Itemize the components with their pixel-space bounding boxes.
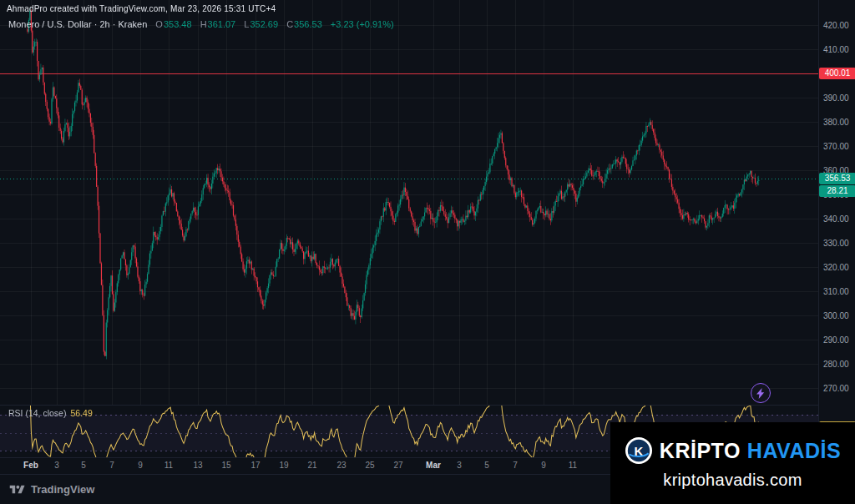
time-tick: 9 <box>541 461 546 470</box>
attribution-watermark: AhmadPro created with TradingView.com, M… <box>7 4 276 13</box>
price-tick: 330.00 <box>823 239 849 248</box>
rsi-title: RSI (14, close) <box>8 408 66 418</box>
high-value: 361.07 <box>208 19 236 29</box>
open-label: O <box>155 19 163 29</box>
price-tick: 420.00 <box>823 21 849 30</box>
open-value: 353.48 <box>164 19 192 29</box>
time-tick: 19 <box>279 461 288 470</box>
brand-kripto: KRİPTO <box>660 439 741 463</box>
symbol-legend: Monero / U.S. Dollar · 2h · Kraken O353.… <box>8 19 394 29</box>
tradingview-logo-icon <box>8 482 26 496</box>
price-tick: 290.00 <box>823 335 849 345</box>
secondary-price-label: 28.21 <box>819 185 855 197</box>
price-tick: 390.00 <box>823 93 849 103</box>
brand-havadis: HAVADİS <box>747 439 841 463</box>
rsi-legend[interactable]: RSI (14, close)56.49 <box>8 408 93 418</box>
time-tick: 3 <box>54 461 59 470</box>
price-tick: 370.00 <box>823 142 849 151</box>
time-tick: Feb <box>23 461 38 470</box>
candlestick-chart[interactable] <box>0 0 818 406</box>
kriptohavadis-watermark: K KRİPTO HAVADİS kriptohavadis.com <box>610 422 855 504</box>
high-label: H <box>200 19 207 29</box>
time-tick: 7 <box>513 461 518 470</box>
price-tick: 280.00 <box>823 360 849 369</box>
time-tick: 11 <box>569 461 577 470</box>
price-axis[interactable]: 400.01 356.53 28.21 56.49 420.00410.0040… <box>818 0 855 457</box>
brand-row: K KRİPTO HAVADİS <box>625 436 841 465</box>
last-price-label: 356.53 <box>819 173 855 184</box>
time-tick: 21 <box>307 461 316 470</box>
boost-button[interactable] <box>751 383 771 403</box>
change-value: +3.23 (+0.91%) <box>331 19 394 29</box>
price-tick: 380.00 <box>823 118 849 127</box>
close-label: C <box>286 19 293 29</box>
time-tick: Mar <box>426 461 441 470</box>
low-label: L <box>244 19 249 29</box>
close-value: 356.53 <box>294 19 322 29</box>
price-tick: 320.00 <box>823 263 849 272</box>
lightning-icon <box>756 388 766 399</box>
time-tick: 25 <box>365 461 374 470</box>
time-tick: 11 <box>164 461 173 470</box>
symbol-title[interactable]: Monero / U.S. Dollar · 2h · Kraken <box>8 19 147 29</box>
time-tick: 5 <box>484 461 489 470</box>
time-tick: 13 <box>193 461 202 470</box>
rsi-value: 56.49 <box>70 408 92 418</box>
kriptohavadis-logo: K <box>625 436 653 465</box>
tradingview-logo-text: TradingView <box>31 483 94 496</box>
time-tick: 23 <box>336 461 346 470</box>
price-tick: 310.00 <box>823 287 849 296</box>
time-tick: 9 <box>138 461 143 470</box>
brand-url: kriptohavadis.com <box>663 471 802 490</box>
price-tick: 340.00 <box>823 214 849 224</box>
price-tick: 410.00 <box>823 45 849 54</box>
time-tick: 17 <box>250 461 260 470</box>
alert-price-label[interactable]: 400.01 <box>819 68 855 79</box>
tradingview-chart-screenshot: AhmadPro created with TradingView.com, M… <box>0 0 855 504</box>
time-tick: 3 <box>457 461 462 470</box>
tradingview-logo[interactable]: TradingView <box>8 482 94 496</box>
price-tick: 270.00 <box>823 384 849 393</box>
price-tick: 300.00 <box>823 311 849 320</box>
pane-separator[interactable] <box>0 405 818 406</box>
time-tick: 27 <box>393 461 402 470</box>
time-tick: 7 <box>109 461 114 470</box>
low-value: 352.69 <box>250 19 278 29</box>
time-tick: 5 <box>81 461 86 470</box>
time-tick: 15 <box>221 461 230 470</box>
